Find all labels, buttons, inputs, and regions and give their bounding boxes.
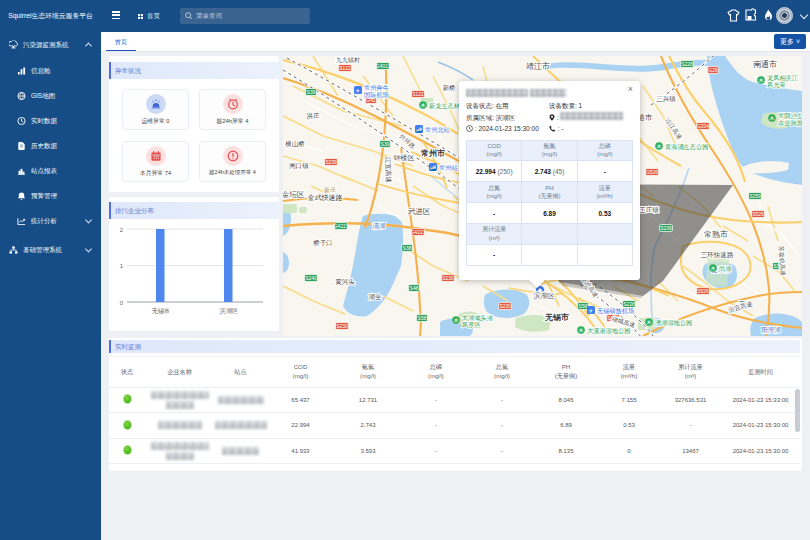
svg-text:S230: S230 xyxy=(336,323,348,329)
svg-text:风景区: 风景区 xyxy=(462,321,481,328)
svg-text:湖全: 湖全 xyxy=(369,293,383,300)
svg-text:S228: S228 xyxy=(681,61,693,67)
svg-text:木: 木 xyxy=(647,319,652,325)
svg-text:S39: S39 xyxy=(307,89,316,95)
svg-text:王庄镇: 王庄镇 xyxy=(639,206,659,213)
svg-text:木: 木 xyxy=(454,317,459,323)
svg-text:武进区: 武进区 xyxy=(408,207,431,216)
svg-text:2: 2 xyxy=(120,227,124,233)
svg-text:南通市: 南通市 xyxy=(753,59,777,69)
svg-text:无锡市: 无锡市 xyxy=(152,307,171,315)
svg-text:木: 木 xyxy=(770,115,775,121)
svg-text:常州北站: 常州北站 xyxy=(425,126,450,134)
svg-text:无锡市: 无锡市 xyxy=(544,312,569,322)
svg-text:S526: S526 xyxy=(697,288,709,294)
svg-text:常州站: 常州站 xyxy=(439,164,458,172)
svg-text:S230: S230 xyxy=(499,303,511,309)
svg-text:钟楼区: 钟楼区 xyxy=(393,154,415,162)
svg-text:木: 木 xyxy=(711,265,716,271)
svg-text:常州奔牛: 常州奔牛 xyxy=(364,84,390,91)
svg-text:三兴镇: 三兴镇 xyxy=(656,95,676,103)
svg-text:G4221: G4221 xyxy=(410,229,425,235)
svg-text:金坛区: 金坛区 xyxy=(283,190,305,199)
svg-text:无锡硕放机场: 无锡硕放机场 xyxy=(597,307,634,315)
svg-text:三环快速路: 三环快速路 xyxy=(701,251,734,259)
svg-text:S122: S122 xyxy=(339,65,351,71)
svg-text:S526: S526 xyxy=(752,211,764,217)
svg-text:G26: G26 xyxy=(708,67,718,73)
svg-text:S259: S259 xyxy=(749,193,761,199)
svg-text:🚄: 🚄 xyxy=(416,126,423,134)
svg-text:滨湖区: 滨湖区 xyxy=(534,291,555,300)
svg-text:桥子口: 桥子口 xyxy=(312,239,333,247)
svg-text:滨湖区: 滨湖区 xyxy=(219,307,239,315)
svg-text:G42: G42 xyxy=(366,97,376,103)
svg-text:🚄: 🚄 xyxy=(430,164,437,172)
svg-text:S58: S58 xyxy=(418,315,427,321)
svg-text:九九镇村: 九九镇村 xyxy=(336,57,360,64)
svg-text:新桥: 新桥 xyxy=(443,84,457,91)
svg-text:S39: S39 xyxy=(381,141,390,147)
svg-text:S58: S58 xyxy=(579,303,588,309)
svg-text:黄海涌生态公园: 黄海涌生态公园 xyxy=(665,143,708,151)
svg-text:常州市: 常州市 xyxy=(421,148,445,158)
svg-text:靖江市: 靖江市 xyxy=(526,62,550,71)
svg-text:S240: S240 xyxy=(305,275,317,281)
svg-text:黄河头: 黄河头 xyxy=(335,278,355,286)
svg-text:横山桥: 横山桥 xyxy=(285,140,305,147)
svg-text:闸口镇: 闸口镇 xyxy=(289,162,309,170)
svg-text:木: 木 xyxy=(421,102,426,108)
svg-text:尚湖: 尚湖 xyxy=(719,265,731,272)
svg-text:新龙生态林: 新龙生态林 xyxy=(428,102,461,109)
svg-text:1: 1 xyxy=(120,263,124,269)
svg-text:0: 0 xyxy=(120,300,124,306)
svg-text:金武快速路: 金武快速路 xyxy=(308,194,343,202)
svg-text:S239: S239 xyxy=(325,159,337,165)
svg-text:风光带: 风光带 xyxy=(767,81,786,89)
svg-text:✈: ✈ xyxy=(589,308,594,314)
svg-text:G4011: G4011 xyxy=(376,63,391,69)
svg-text:国际机场: 国际机场 xyxy=(364,91,389,99)
svg-text:S122: S122 xyxy=(412,91,424,97)
svg-text:✈: ✈ xyxy=(356,88,361,94)
svg-text:S236: S236 xyxy=(660,225,672,231)
svg-text:常熟市: 常熟市 xyxy=(704,230,728,239)
svg-text:农业旅游区: 农业旅游区 xyxy=(778,119,802,127)
svg-text:木: 木 xyxy=(579,327,584,333)
svg-text:阳澄湖: 阳澄湖 xyxy=(761,326,781,334)
svg-text:S38: S38 xyxy=(403,245,412,251)
svg-text:漕湖湿地公园: 漕湖湿地公园 xyxy=(655,319,692,327)
svg-text:大溪港湿地公园: 大溪港湿地公园 xyxy=(587,327,630,335)
svg-text:滆湖: 滆湖 xyxy=(373,222,387,230)
svg-text:G526: G526 xyxy=(646,169,658,175)
svg-text:G204: G204 xyxy=(697,123,709,129)
svg-text:木: 木 xyxy=(657,143,662,149)
svg-text:洪庄: 洪庄 xyxy=(307,112,321,120)
svg-text:S230: S230 xyxy=(442,275,454,281)
svg-text:木: 木 xyxy=(759,77,764,83)
svg-text:G4221: G4221 xyxy=(333,223,348,229)
svg-text:新庄: 新庄 xyxy=(324,186,336,193)
svg-text:S48: S48 xyxy=(410,285,419,291)
